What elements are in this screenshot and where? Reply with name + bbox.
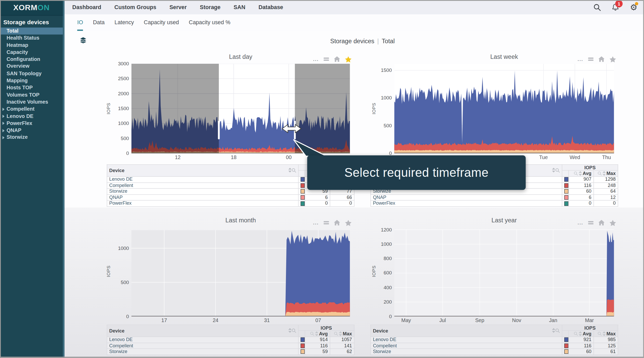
column-search-icon[interactable] — [292, 328, 296, 333]
panel-more-button[interactable]: ... — [577, 58, 583, 61]
favorite-star-icon[interactable] — [345, 56, 352, 62]
device-cell[interactable]: Lenovo DE — [107, 177, 298, 183]
home-icon[interactable] — [334, 56, 340, 62]
favorite-star-icon[interactable] — [345, 220, 352, 226]
sort-icon[interactable] — [552, 328, 555, 333]
panel-menu-icon[interactable] — [324, 220, 329, 225]
nav-menu: DashboardCustom GroupsServerStorageSANDa… — [72, 4, 283, 10]
sort-icon[interactable] — [578, 331, 582, 336]
device-cell[interactable]: PowerFlex — [107, 200, 298, 206]
tab-latency[interactable]: Latency — [114, 14, 134, 31]
device-cell[interactable]: Storwize — [107, 349, 298, 355]
y-tick-label: 400 — [374, 285, 392, 290]
favorite-star-icon[interactable] — [609, 56, 616, 62]
column-header-avg[interactable]: Avg — [305, 331, 330, 337]
sort-icon[interactable] — [552, 168, 555, 173]
tab-capacity-used[interactable]: Capacity used % — [189, 14, 231, 31]
home-icon[interactable] — [598, 220, 605, 225]
device-column-header[interactable]: Device — [107, 325, 298, 337]
notifications-button[interactable]: 1 — [611, 3, 619, 11]
tab-data[interactable]: Data — [93, 14, 105, 31]
panel-menu-icon[interactable] — [324, 56, 329, 62]
sidebar-item-heatmap[interactable]: Heatmap — [0, 42, 63, 49]
column-header-max[interactable]: Max — [330, 331, 354, 337]
device-cell[interactable]: Lenovo DE — [107, 337, 298, 343]
sort-icon[interactable] — [602, 171, 606, 176]
nav-item-san[interactable]: SAN — [234, 4, 245, 10]
sidebar-item-configuration[interactable]: Configuration — [0, 56, 63, 63]
device-column-header[interactable]: Device — [371, 325, 562, 337]
nav-item-storage[interactable]: Storage — [200, 4, 220, 10]
home-icon[interactable] — [598, 56, 605, 62]
nav-item-custom-groups[interactable]: Custom Groups — [114, 4, 156, 10]
sort-icon[interactable] — [578, 171, 582, 176]
timeframe-tooltip: Select required timeframe — [307, 155, 526, 190]
sort-icon[interactable] — [288, 168, 292, 173]
panel-menu-icon[interactable] — [588, 220, 594, 225]
nav-item-server[interactable]: Server — [169, 4, 187, 10]
sidebar-item-compellent[interactable]: Compellent — [0, 106, 63, 113]
sort-icon[interactable] — [339, 331, 342, 336]
sidebar-item-hosts-top[interactable]: Hosts TOP — [0, 84, 63, 91]
sidebar-item-overview[interactable]: Overview — [0, 63, 63, 70]
column-header-avg[interactable]: Avg — [569, 331, 594, 337]
chart-plot-last-month[interactable] — [131, 230, 350, 316]
iops-group-header: IOPS — [562, 165, 618, 170]
nav-item-database[interactable]: Database — [258, 4, 283, 10]
column-search-icon[interactable] — [597, 171, 602, 175]
sidebar-item-mapping[interactable]: Mapping — [0, 77, 63, 84]
tab-capacity-used[interactable]: Capacity used — [144, 14, 179, 31]
sort-icon[interactable] — [602, 331, 606, 336]
column-search-icon[interactable] — [292, 168, 296, 173]
device-column-header[interactable]: Device — [107, 165, 298, 177]
sidebar-item-capacity[interactable]: Capacity — [0, 49, 63, 56]
column-search-icon[interactable] — [310, 332, 314, 336]
sidebar-item-label: Total — [7, 28, 18, 34]
device-cell[interactable]: Storwize — [371, 349, 562, 355]
app-logo[interactable]: XORMON — [0, 0, 63, 16]
column-search-icon[interactable] — [555, 168, 560, 173]
sidebar-item-total[interactable]: Total — [0, 28, 63, 35]
sidebar-item-san-topology[interactable]: SAN Topology — [0, 70, 63, 77]
device-cell[interactable]: QNAP — [371, 194, 562, 200]
device-cell[interactable]: PowerFlex — [371, 200, 562, 206]
sort-icon[interactable] — [315, 331, 318, 336]
sort-icon[interactable] — [288, 328, 292, 333]
panel-more-button[interactable]: ... — [313, 58, 319, 61]
device-cell[interactable]: Lenovo DE — [371, 337, 562, 343]
favorite-star-icon[interactable] — [609, 220, 616, 226]
selection-handle[interactable] — [218, 121, 220, 139]
home-icon[interactable] — [334, 220, 340, 225]
y-axis-label: IOPS — [106, 265, 112, 277]
column-search-icon[interactable] — [555, 328, 560, 333]
sidebar-item-powerflex[interactable]: PowerFlex — [0, 120, 63, 127]
sidebar-item-storwize[interactable]: Storwize — [0, 134, 63, 141]
panel-more-button[interactable]: ... — [577, 221, 583, 224]
column-header-max[interactable]: Max — [594, 170, 618, 177]
sidebar-item-qnap[interactable]: QNAP — [0, 127, 63, 134]
device-cell[interactable]: Compellent — [371, 343, 562, 349]
panel-more-button[interactable]: ... — [313, 221, 319, 224]
column-header-avg[interactable]: Avg — [569, 170, 594, 177]
sidebar-item-health-status[interactable]: Health Status — [0, 35, 63, 42]
tab-io[interactable]: IO — [77, 14, 83, 31]
sidebar-item-volumes-top[interactable]: Volumes TOP — [0, 91, 63, 98]
sidebar-item-lenovo-de[interactable]: Lenovo DE — [0, 113, 63, 120]
device-cell[interactable]: Storwize — [107, 189, 298, 194]
column-search-icon[interactable] — [334, 332, 338, 336]
device-cell[interactable]: Compellent — [107, 343, 298, 349]
column-search-icon[interactable] — [574, 332, 578, 336]
chart-plot-last-year[interactable] — [394, 229, 614, 317]
device-cell[interactable]: Compellent — [107, 183, 298, 189]
settings-button[interactable]: ⚙ — [630, 3, 637, 11]
search-button[interactable] — [594, 3, 601, 11]
column-search-icon[interactable] — [574, 171, 578, 175]
nav-item-dashboard[interactable]: Dashboard — [72, 4, 101, 10]
column-header-max[interactable]: Max — [594, 331, 618, 337]
layers-button[interactable] — [79, 37, 87, 46]
sidebar-item-inactive-volumes[interactable]: Inactive Volumes — [0, 99, 63, 106]
device-cell[interactable]: QNAP — [107, 194, 298, 200]
column-search-icon[interactable] — [597, 332, 602, 336]
panel-menu-icon[interactable] — [588, 56, 594, 62]
chart-plot-last-week[interactable] — [394, 64, 614, 153]
